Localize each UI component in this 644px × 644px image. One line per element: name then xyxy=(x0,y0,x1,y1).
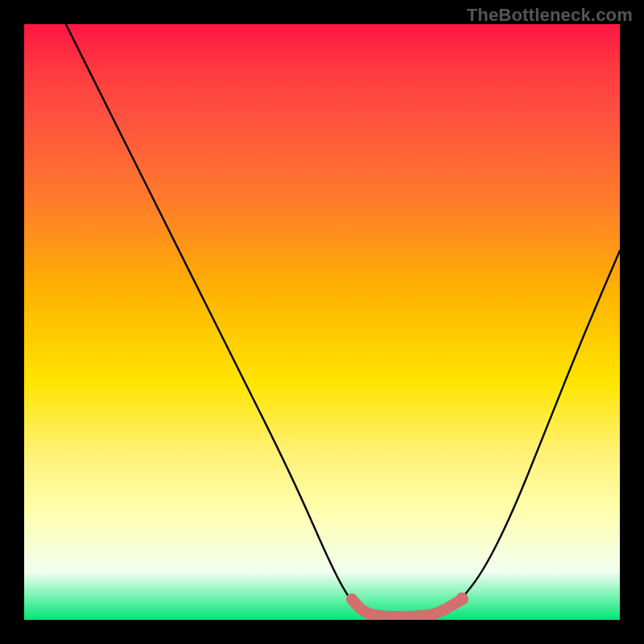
curve-left xyxy=(66,24,352,602)
optimal-region xyxy=(352,599,462,617)
watermark-text: TheBottleneck.com xyxy=(467,5,633,26)
plot-area xyxy=(24,24,620,620)
chart-frame: TheBottleneck.com xyxy=(0,0,644,644)
chart-svg xyxy=(24,24,620,620)
optimal-region-endpoint-icon xyxy=(456,592,469,605)
curve-right xyxy=(459,250,620,602)
